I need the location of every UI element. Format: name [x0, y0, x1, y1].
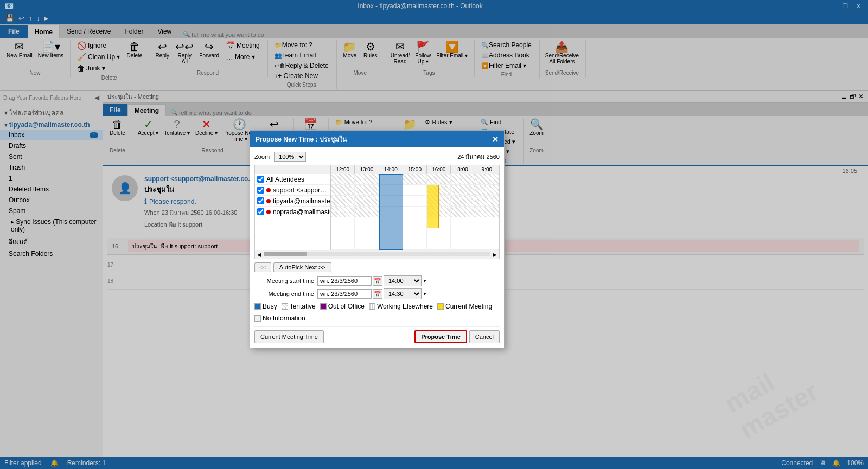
attendee-all-check[interactable]: [257, 176, 264, 183]
cal-cell-r0c4: [427, 174, 451, 184]
end-date-cal-btn[interactable]: 📅: [373, 289, 382, 299]
cal-row-all: [331, 174, 499, 185]
end-time-row: Meeting end time 📅 14:30 15:00 15:30 ▼: [254, 288, 500, 299]
cal-scrollbar-track[interactable]: [264, 252, 490, 256]
legend-oof-label: Out of Office: [328, 303, 365, 310]
attendee-2-label: tipyada@mailmaster.co.th: [273, 197, 330, 205]
legend-ni-box: [254, 315, 261, 322]
zoom-row: Zoom 100% 75% 150% 24 มีนาคม 2560: [254, 152, 500, 162]
attendee-2-check[interactable]: [257, 197, 264, 204]
cal-cell-r1c3: [403, 185, 427, 195]
autopick-btn[interactable]: AutoPick Next >>: [273, 262, 331, 272]
current-meeting-block: [427, 185, 439, 228]
selected-time-block[interactable]: [379, 174, 403, 250]
modal-overlay: Propose New Time : ประชุมใน ✕ Zoom 100% …: [0, 0, 868, 469]
cal-row-empty-2: [331, 228, 499, 239]
zoom-label: Zoom: [254, 153, 270, 160]
attendee-3-label: noprada@mailmaster.co.th: [273, 208, 330, 216]
cal-cell-r1c1: [355, 185, 379, 195]
calendar-grid: 12:00 13:00 14:00 15:00 16:00 8:00 9:00: [254, 165, 500, 259]
cal-scroll-bar: ◀ ▶: [255, 250, 499, 259]
end-time-dropdown-arrow: ▼: [423, 292, 427, 297]
modal-title-bar: Propose New Time : ประชุมใน ✕: [250, 131, 504, 147]
time-1400: 14:00: [379, 165, 403, 174]
modal-body: Zoom 100% 75% 150% 24 มีนาคม 2560 12:00 …: [250, 147, 504, 348]
cal-cell-r3c6: [475, 207, 499, 217]
propose-time-btn[interactable]: Propose Time: [414, 330, 467, 343]
cal-attendees-panel: All Attendees support <support@mailmaste…: [255, 174, 499, 250]
legend-we-label: Working Elsewhere: [377, 303, 433, 310]
cal-empty-row-2: [255, 228, 330, 239]
cancel-btn[interactable]: Cancel: [469, 330, 500, 343]
start-time-label: Meeting start time: [254, 278, 314, 284]
modal-footer: Current Meeting Time Propose Time Cancel: [254, 326, 500, 343]
cal-header-row: 12:00 13:00 14:00 15:00 16:00 8:00 9:00: [255, 165, 499, 174]
cal-cell-r0c3: [403, 174, 427, 184]
cal-empty-row-1: [255, 217, 330, 228]
current-meeting-time-btn[interactable]: Current Meeting Time: [254, 330, 324, 343]
cal-scroll-right[interactable]: ▶: [493, 252, 497, 258]
attendee-1-check[interactable]: [257, 187, 264, 194]
nav-prev-btn[interactable]: <<: [254, 262, 271, 272]
start-time-select[interactable]: 14:00 14:30 15:00: [384, 275, 422, 286]
start-time-picker: 📅 14:00 14:30 15:00 ▼: [317, 275, 427, 286]
legend-oof-box: [320, 303, 327, 310]
modal-close-btn[interactable]: ✕: [492, 135, 499, 144]
legend-busy-label: Busy: [263, 303, 277, 310]
legend-no-info: No Information: [254, 314, 305, 322]
end-date-input[interactable]: [317, 289, 372, 299]
cal-row-1: [331, 185, 499, 196]
cal-attendee-2: tipyada@mailmaster.co.th: [255, 196, 330, 207]
cal-cell-r3c5: [451, 207, 475, 217]
cal-empty-row-3: [255, 239, 330, 250]
legend-busy-box: [254, 303, 261, 310]
end-time-label: Meeting end time: [254, 291, 314, 297]
cal-cell-r1c5: [451, 185, 475, 195]
time-1600: 16:00: [427, 165, 451, 174]
cal-row-3: [331, 207, 499, 217]
start-date-cal-btn[interactable]: 📅: [373, 276, 382, 286]
cal-cell-r3c0: [331, 207, 355, 217]
cal-attendee-header: [255, 165, 331, 174]
cal-cell-r2c5: [451, 196, 475, 206]
cal-attendee-1: support <support@mailmaste...: [255, 185, 330, 196]
cal-cell-r2c6: [475, 196, 499, 206]
start-date-input[interactable]: [317, 276, 372, 286]
legend-ni-label: No Information: [263, 314, 305, 322]
attendee-3-check[interactable]: [257, 208, 264, 215]
cal-row-empty-1: [331, 217, 499, 228]
cal-row-empty-3: [331, 239, 499, 250]
legend-busy: Busy: [254, 303, 277, 310]
cal-names-col: All Attendees support <support@mailmaste…: [255, 174, 331, 250]
start-time-dropdown-arrow: ▼: [423, 279, 427, 284]
cal-row-2: [331, 196, 499, 207]
cal-cell-r0c1: [355, 174, 379, 184]
modal-action-btns: Propose Time Cancel: [414, 330, 500, 343]
legend-row: Busy Tentative Out of Office Working Els…: [254, 303, 500, 322]
cal-cell-r1c6: [475, 185, 499, 195]
legend-tentative: Tentative: [282, 303, 316, 310]
end-time-picker: 📅 14:30 15:00 15:30 ▼: [317, 288, 427, 299]
cal-attendee-3: noprada@mailmaster.co.th: [255, 207, 330, 217]
cal-time-header: 12:00 13:00 14:00 15:00 16:00 8:00 9:00: [331, 165, 499, 174]
cal-grid-area: [331, 174, 499, 250]
propose-time-modal: Propose New Time : ประชุมใน ✕ Zoom 100% …: [250, 130, 505, 348]
zoom-select[interactable]: 100% 75% 150%: [274, 152, 306, 162]
attendee-all-label: All Attendees: [266, 176, 304, 183]
cal-cell-r2c3: [403, 196, 427, 206]
date-label: 24 มีนาคม 2560: [457, 152, 500, 162]
end-time-select[interactable]: 14:30 15:00 15:30: [384, 288, 422, 299]
time-1500: 15:00: [403, 165, 427, 174]
legend-we-box: [369, 303, 375, 310]
cal-scrollbar-thumb[interactable]: [264, 252, 307, 256]
legend-cm-box: [437, 303, 444, 310]
time-0800: 8:00: [451, 165, 475, 174]
cal-cell-r3c1: [355, 207, 379, 217]
legend-cm-label: Current Meeting: [445, 303, 492, 310]
legend-tentative-box: [282, 303, 288, 310]
cal-cell-r0c6: [475, 174, 499, 184]
time-1200: 12:00: [331, 165, 355, 174]
cal-cell-r0c0: [331, 174, 355, 184]
nav-row: << AutoPick Next >>: [254, 262, 500, 272]
cal-scroll-left[interactable]: ◀: [257, 252, 261, 258]
